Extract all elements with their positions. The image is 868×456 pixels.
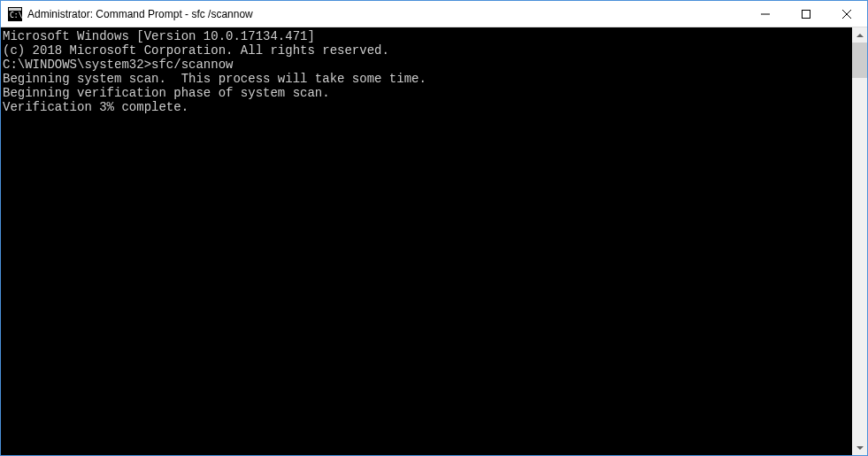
maximize-button[interactable] [786, 1, 826, 27]
vertical-scrollbar[interactable] [852, 27, 867, 455]
console-line: Microsoft Windows [Version 10.0.17134.47… [3, 29, 852, 43]
titlebar[interactable]: C:\ Administrator: Command Prompt - sfc … [1, 1, 867, 27]
console-line: Beginning system scan. This process will… [3, 72, 852, 86]
window-title: Administrator: Command Prompt - sfc /sca… [27, 8, 745, 20]
prompt-command: sfc/scannow [151, 58, 233, 72]
command-prompt-window: C:\ Administrator: Command Prompt - sfc … [0, 0, 868, 456]
scrollbar-down-arrow-icon[interactable] [852, 440, 867, 455]
scrollbar-track[interactable] [852, 43, 867, 440]
command-prompt-icon: C:\ [8, 7, 22, 21]
svg-marker-7 [856, 34, 864, 37]
svg-rect-1 [9, 8, 21, 11]
console-line: Beginning verification phase of system s… [3, 86, 852, 100]
console-output[interactable]: Microsoft Windows [Version 10.0.17134.47… [1, 27, 852, 455]
console-line: (c) 2018 Microsoft Corporation. All righ… [3, 43, 852, 58]
svg-text:C:\: C:\ [10, 12, 22, 19]
close-button[interactable] [826, 1, 867, 27]
scrollbar-thumb[interactable] [852, 43, 867, 78]
window-controls [745, 1, 867, 27]
scrollbar-up-arrow-icon[interactable] [852, 27, 867, 43]
svg-marker-8 [856, 446, 864, 450]
console-area: Microsoft Windows [Version 10.0.17134.47… [1, 27, 867, 455]
console-prompt-line: C:\WINDOWS\system32>sfc/scannow [3, 58, 852, 72]
prompt-path: C:\WINDOWS\system32> [3, 58, 151, 72]
svg-rect-4 [803, 10, 810, 18]
minimize-button[interactable] [745, 1, 786, 27]
console-line: Verification 3% complete. [3, 100, 852, 114]
